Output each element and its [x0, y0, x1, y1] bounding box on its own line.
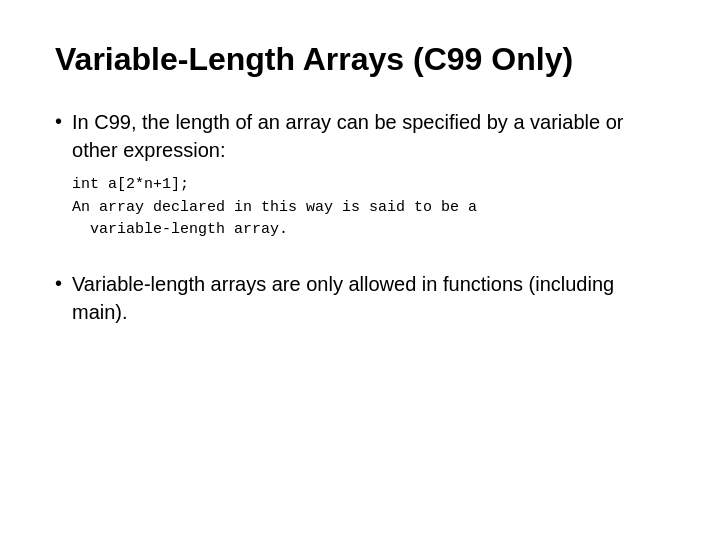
bullet-icon-2: •	[55, 272, 62, 295]
bullet-1-code: int a[2*n+1]; An array declared in this …	[72, 174, 665, 242]
bullet-1-body: In C99, the length of an array can be sp…	[72, 108, 665, 242]
slide-title: Variable-Length Arrays (C99 Only)	[55, 40, 665, 78]
content-area: • In C99, the length of an array can be …	[55, 108, 665, 326]
bullet-item-1: • In C99, the length of an array can be …	[55, 108, 665, 242]
code-line-3: variable-length array.	[72, 219, 665, 242]
bullet-2-text: Variable-length arrays are only allowed …	[72, 270, 665, 326]
slide: Variable-Length Arrays (C99 Only) • In C…	[0, 0, 720, 540]
bullet-1-text: In C99, the length of an array can be sp…	[72, 108, 665, 164]
bullet-icon-1: •	[55, 110, 62, 133]
code-line-2: An array declared in this way is said to…	[72, 197, 665, 220]
code-line-1: int a[2*n+1];	[72, 174, 665, 197]
bullet-item-2: • Variable-length arrays are only allowe…	[55, 270, 665, 326]
